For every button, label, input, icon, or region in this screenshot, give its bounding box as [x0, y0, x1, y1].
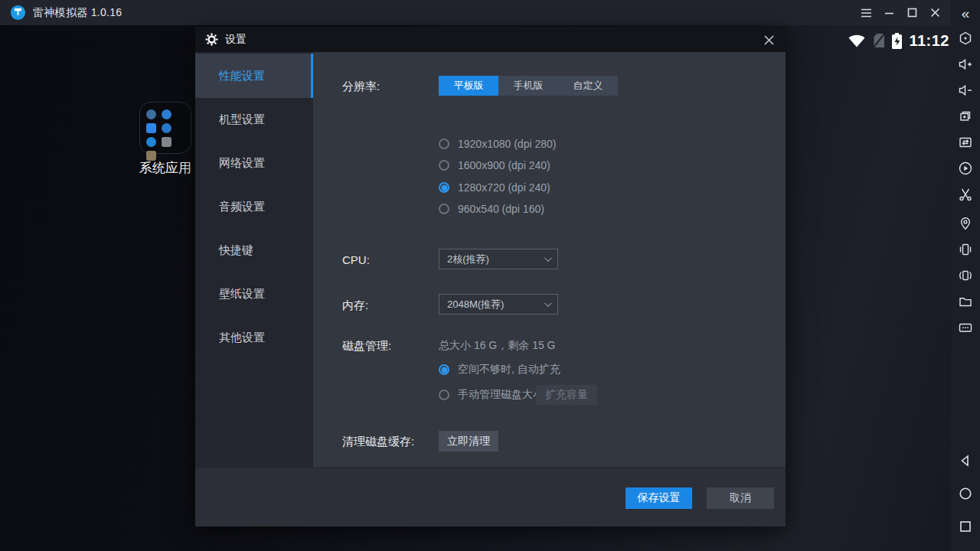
radio-label: 空间不够时, 自动扩充: [458, 363, 560, 377]
tab-label: 壁纸设置: [219, 287, 265, 302]
save-settings-button[interactable]: 保存设置: [626, 487, 692, 509]
tab-other-settings[interactable]: 其他设置: [195, 316, 313, 360]
play-macro-icon[interactable]: [951, 157, 980, 180]
system-apps-folder[interactable]: 系统应用: [139, 102, 192, 172]
location-icon[interactable]: [951, 212, 980, 235]
dialog-close-icon[interactable]: [761, 32, 776, 47]
dialog-header: 设置: [195, 27, 786, 52]
mini-downloads-icon: [146, 137, 156, 147]
performance-settings-panel: 分辨率: 平板版 手机版 自定义 1920x1080 (dpi 280) 160…: [313, 52, 786, 467]
gear-icon: [205, 33, 218, 46]
mode-custom[interactable]: 自定义: [558, 76, 618, 96]
close-button[interactable]: [923, 3, 946, 23]
radio-icon-selected: [439, 182, 449, 193]
collapse-toolbar-icon[interactable]: «: [951, 2, 980, 24]
menu-icon[interactable]: [854, 3, 877, 23]
radio-label: 960x540 (dpi 160): [458, 203, 544, 215]
disk-auto-expand-option[interactable]: 空间不够时, 自动扩充: [439, 363, 560, 377]
cpu-label: CPU:: [342, 253, 370, 266]
tab-network-settings[interactable]: 网络设置: [195, 142, 313, 185]
android-recents-icon[interactable]: [951, 515, 980, 538]
settings-nav: 性能设置 机型设置 网络设置 音频设置 快捷键 壁纸设置 其他设置: [195, 52, 313, 467]
memory-value: 2048M(推荐): [447, 298, 544, 311]
app-logo-icon: [11, 5, 25, 20]
android-back-icon[interactable]: [951, 449, 980, 472]
dialog-title: 设置: [225, 33, 247, 47]
radio-icon: [439, 139, 449, 149]
clock-text: 11:12: [909, 32, 949, 50]
android-home-icon[interactable]: [951, 482, 980, 505]
resolution-option-960x540[interactable]: 960x540 (dpi 160): [439, 202, 544, 216]
tab-label: 网络设置: [219, 156, 265, 171]
title-bar: 雷神模拟器 1.0.16: [0, 0, 951, 25]
mini-browser-icon: [162, 109, 172, 119]
tab-device-settings[interactable]: 机型设置: [195, 98, 313, 142]
battery-charging-icon: [892, 33, 902, 49]
maximize-button[interactable]: [900, 3, 923, 23]
memory-label: 内存:: [342, 298, 368, 313]
more-options-icon[interactable]: [951, 316, 980, 339]
sync-icon[interactable]: [951, 131, 980, 154]
cancel-button[interactable]: 取消: [707, 487, 774, 509]
tab-performance-settings[interactable]: 性能设置: [195, 54, 313, 98]
folder-tile: [139, 102, 191, 154]
tab-audio-settings[interactable]: 音频设置: [195, 185, 313, 229]
chevron-down-icon: [544, 254, 552, 262]
emulator-window: 雷神模拟器 1.0.16 11:12: [0, 0, 980, 551]
radio-icon: [439, 390, 449, 400]
dialog-footer: 保存设置 取消: [195, 467, 786, 527]
tab-wallpaper-settings[interactable]: 壁纸设置: [195, 272, 313, 316]
radio-label: 980x551 (dpi 240): [458, 181, 550, 194]
settings-dialog: 设置 性能设置 机型设置 网络设置 音频设置 快捷键: [195, 27, 786, 527]
shake-icon[interactable]: [951, 238, 980, 261]
radio-icon-selected: [439, 364, 449, 375]
folder-label: 系统应用: [139, 159, 192, 177]
tab-label: 机型设置: [219, 112, 265, 127]
operation-mode-icon[interactable]: [951, 27, 980, 50]
rotate-screen-icon[interactable]: [951, 264, 980, 287]
mini-gallery-icon: [162, 137, 172, 147]
radio-icon: [439, 160, 449, 171]
emulator-toolbar: «: [951, 0, 980, 551]
clean-now-button[interactable]: 立即清理: [439, 431, 498, 452]
mini-contacts-icon: [162, 123, 172, 133]
minimize-button[interactable]: [877, 3, 900, 23]
fullscreen-icon[interactable]: [951, 105, 980, 128]
radio-label: 手动管理磁盘大小: [458, 388, 544, 402]
disk-summary: 总大小 16 G，剩余 15 G: [439, 339, 555, 353]
resolution-option-1600x900[interactable]: 1600x900 (dpi 240): [439, 158, 550, 172]
volume-up-icon[interactable]: [951, 53, 980, 76]
tab-shortcut-keys[interactable]: 快捷键: [195, 229, 313, 272]
mini-files-icon: [146, 123, 156, 133]
radio-label: 1920x1080 (dpi 280): [458, 138, 556, 150]
chevron-down-icon: [544, 299, 552, 307]
tab-label: 快捷键: [219, 243, 253, 258]
resolution-mode-switch: 平板版 手机版 自定义: [439, 76, 618, 96]
resolution-option-1920x1080[interactable]: 1920x1080 (dpi 280): [439, 137, 556, 151]
mini-settings-icon: [146, 109, 156, 119]
cpu-value: 2核(推荐): [447, 253, 544, 266]
mode-tablet[interactable]: 平板版: [439, 76, 498, 96]
tab-label: 性能设置: [219, 69, 265, 83]
mode-phone[interactable]: 手机版: [498, 76, 558, 96]
screenshot-scissors-icon[interactable]: [951, 183, 980, 206]
cpu-dropdown[interactable]: 2核(推荐): [439, 249, 558, 269]
wifi-icon: [848, 34, 866, 48]
memory-dropdown[interactable]: 2048M(推荐): [439, 294, 558, 315]
no-sim-icon: [873, 33, 885, 48]
clean-cache-label: 清理磁盘缓存:: [342, 435, 414, 449]
disk-label: 磁盘管理:: [342, 339, 391, 354]
radio-label: 1600x900 (dpi 240): [458, 159, 550, 171]
radio-icon: [439, 204, 449, 214]
tab-label: 其他设置: [219, 331, 265, 345]
expand-capacity-button[interactable]: 扩充容量: [536, 385, 597, 405]
window-title: 雷神模拟器 1.0.16: [33, 6, 122, 20]
tab-label: 音频设置: [219, 200, 265, 214]
resolution-label: 分辨率:: [342, 80, 380, 94]
android-status-bar: 11:12: [827, 29, 949, 52]
shared-folder-icon[interactable]: [951, 290, 980, 313]
resolution-option-980x551[interactable]: 980x551 (dpi 240): [439, 181, 550, 194]
volume-down-icon[interactable]: [951, 79, 980, 102]
disk-manual-option[interactable]: 手动管理磁盘大小: [439, 388, 544, 402]
